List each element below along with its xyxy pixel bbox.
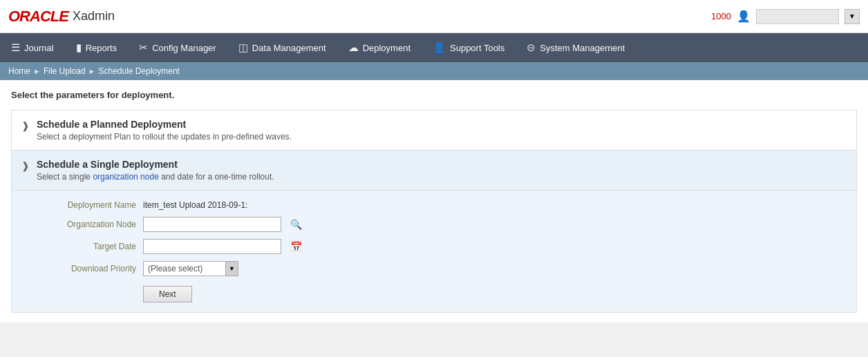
single-title-block: Schedule a Single Deployment Select a si… bbox=[37, 159, 274, 182]
download-priority-label: Download Priority bbox=[46, 264, 136, 273]
planned-section-title: Schedule a Planned Deployment bbox=[37, 119, 292, 130]
target-date-label: Target Date bbox=[46, 242, 136, 251]
top-right-area: 1000 👤 ▼ bbox=[711, 9, 860, 24]
single-deployment-section: ❱ Schedule a Single Deployment Select a … bbox=[11, 151, 857, 313]
oracle-logo: ORACLE bbox=[8, 8, 68, 26]
journal-icon: ☰ bbox=[11, 41, 20, 54]
planned-section-header[interactable]: ❱ Schedule a Planned Deployment Select a… bbox=[12, 110, 856, 150]
planned-deployment-section: ❱ Schedule a Planned Deployment Select a… bbox=[11, 110, 857, 151]
nav-label-data: Data Management bbox=[252, 43, 326, 53]
org-node-search-button[interactable]: 🔍 bbox=[288, 219, 304, 230]
nav-item-data-management[interactable]: ◫ Data Management bbox=[227, 33, 337, 62]
breadcrumb-sep-2: ► bbox=[88, 67, 96, 75]
download-priority-row: Download Priority (Please select) ▼ bbox=[46, 261, 845, 276]
system-icon: ⊝ bbox=[527, 41, 536, 54]
deployment-name-label: Deployment Name bbox=[46, 200, 136, 210]
single-section-header[interactable]: ❱ Schedule a Single Deployment Select a … bbox=[12, 151, 856, 190]
data-mgmt-icon: ◫ bbox=[238, 41, 248, 54]
nav-label-deployment: Deployment bbox=[363, 43, 411, 53]
target-date-row: Target Date 📅 bbox=[46, 239, 845, 254]
target-date-input[interactable] bbox=[143, 239, 281, 254]
support-icon: 👤 bbox=[433, 41, 446, 54]
breadcrumb-file-upload[interactable]: File Upload bbox=[44, 66, 86, 76]
single-section-title: Schedule a Single Deployment bbox=[37, 159, 274, 170]
deployment-name-row: Deployment Name item_test Upload 2018-09… bbox=[46, 200, 845, 210]
org-node-row: Organization Node 🔍 bbox=[46, 217, 845, 232]
nav-label-system: System Management bbox=[540, 43, 625, 53]
nav-item-system-management[interactable]: ⊝ System Management bbox=[516, 33, 636, 62]
nav-label-config: Config Manager bbox=[152, 43, 216, 53]
next-button-row: Next bbox=[46, 283, 845, 302]
breadcrumb-current: Schedule Deployment bbox=[99, 66, 180, 76]
config-icon: ✂ bbox=[139, 41, 148, 54]
download-priority-selected-value: (Please select) bbox=[143, 261, 226, 276]
deployment-icon: ☁ bbox=[348, 41, 359, 54]
nav-bar: ☰ Journal ▮ Reports ✂ Config Manager ◫ D… bbox=[0, 33, 868, 62]
nav-item-journal[interactable]: ☰ Journal bbox=[0, 33, 65, 62]
top-header: ORACLE Xadmin 1000 👤 ▼ bbox=[0, 0, 868, 33]
planned-chevron-icon: ❱ bbox=[21, 120, 30, 131]
breadcrumb-sep-1: ► bbox=[33, 67, 41, 75]
breadcrumb: Home ► File Upload ► Schedule Deployment bbox=[0, 62, 868, 80]
single-chevron-icon: ❱ bbox=[21, 160, 30, 171]
nav-item-support-tools[interactable]: 👤 Support Tools bbox=[422, 33, 516, 62]
planned-title-block: Schedule a Planned Deployment Select a d… bbox=[37, 119, 292, 142]
single-deployment-form: Deployment Name item_test Upload 2018-09… bbox=[12, 190, 856, 312]
nav-item-config-manager[interactable]: ✂ Config Manager bbox=[128, 33, 227, 62]
org-node-input[interactable] bbox=[143, 217, 281, 232]
download-priority-select-wrapper: (Please select) ▼ bbox=[143, 261, 238, 276]
app-name: Xadmin bbox=[73, 9, 115, 23]
user-dropdown-button[interactable]: ▼ bbox=[845, 9, 860, 24]
org-node-label: Organization Node bbox=[46, 220, 136, 229]
breadcrumb-home[interactable]: Home bbox=[8, 66, 30, 76]
download-priority-dropdown-button[interactable]: ▼ bbox=[226, 261, 238, 276]
org-node-link: organization node bbox=[93, 172, 158, 182]
nav-item-reports[interactable]: ▮ Reports bbox=[65, 33, 129, 62]
planned-section-desc: Select a deployment Plan to rollout the … bbox=[37, 132, 292, 142]
calendar-button[interactable]: 📅 bbox=[288, 241, 304, 252]
user-id: 1000 bbox=[711, 11, 731, 21]
page-instruction: Select the parameters for deployment. bbox=[11, 90, 857, 100]
deployment-name-value: item_test Upload 2018-09-1: bbox=[143, 200, 247, 210]
reports-icon: ▮ bbox=[76, 41, 82, 54]
user-icon: 👤 bbox=[737, 10, 751, 23]
next-button[interactable]: Next bbox=[143, 286, 192, 302]
nav-item-deployment[interactable]: ☁ Deployment bbox=[337, 33, 422, 62]
main-content: Select the parameters for deployment. ❱ … bbox=[0, 80, 868, 322]
single-section-desc: Select a single organization node and da… bbox=[37, 172, 274, 182]
nav-label-support: Support Tools bbox=[450, 43, 504, 53]
nav-label-journal: Journal bbox=[24, 43, 54, 53]
nav-label-reports: Reports bbox=[86, 43, 117, 53]
user-name-input[interactable] bbox=[756, 9, 839, 24]
